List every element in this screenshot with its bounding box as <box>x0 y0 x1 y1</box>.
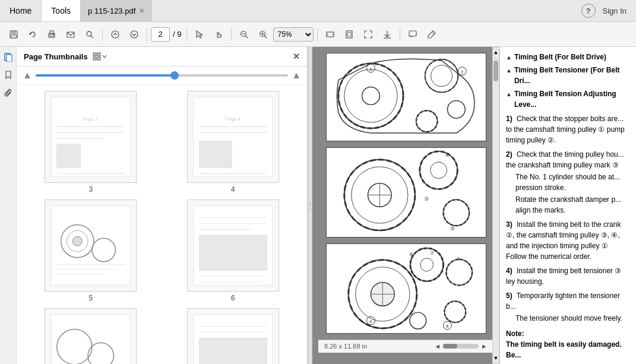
nav-right: ? Sign In <box>581 4 636 18</box>
large-thumb-icon: ▲ <box>292 70 301 81</box>
thumbnail-7[interactable]: 7 <box>23 308 159 364</box>
triangle-icon-2: ▲ <box>506 66 512 75</box>
thumbnail-size-slider[interactable] <box>36 74 288 77</box>
rp-step-1: 1) Check that the stopper bolts are... t… <box>506 113 630 145</box>
zoom-select[interactable]: 50% 75% 100% 125% 150% <box>273 27 314 42</box>
sign-in-button[interactable]: Sign In <box>603 7 626 15</box>
svg-text:⑦: ⑦ <box>429 251 434 256</box>
svg-rect-81 <box>327 53 486 139</box>
file-tab[interactable]: p 115-123.pdf ✕ <box>81 0 152 21</box>
svg-text:③: ③ <box>423 196 428 202</box>
home-tab[interactable]: Home <box>0 0 42 21</box>
thumbnail-8[interactable]: 8 <box>165 308 302 364</box>
rp-note-text: The timing belt is easily damaged. Be... <box>506 340 622 359</box>
toolbar-separator-5 <box>317 28 318 41</box>
rp-step-2-num: 2) <box>506 150 512 159</box>
horizontal-scrollbar[interactable] <box>443 344 479 349</box>
triangle-icon-1: ▲ <box>506 53 512 62</box>
fullscreen-button[interactable] <box>359 26 377 43</box>
sign-in-label: Sign In <box>603 7 626 15</box>
svg-point-54 <box>73 236 83 246</box>
small-thumb-icon: ▲ <box>23 70 32 81</box>
rp-step-5: 5) Temporarily tighten the tensioner b..… <box>506 290 630 324</box>
thumbnail-image-7 <box>45 308 137 364</box>
thumbnail-image-3: Page 3 <box>45 91 137 183</box>
pen-button[interactable] <box>423 26 441 43</box>
pdf-page-image-1: 1 2 <box>326 53 486 141</box>
sidebar-close-button[interactable]: ✕ <box>293 52 300 61</box>
thumbnail-6[interactable]: 6 <box>165 200 302 302</box>
bookmarks-icon[interactable] <box>2 68 15 81</box>
fit-page-button[interactable] <box>340 26 358 43</box>
svg-rect-41 <box>57 144 80 167</box>
svg-text:⑧: ⑧ <box>456 257 460 262</box>
svg-rect-5 <box>50 35 53 37</box>
hand-tool-button[interactable] <box>210 26 227 43</box>
svg-rect-78 <box>199 338 267 364</box>
attachments-icon[interactable] <box>2 86 15 99</box>
thumbnails-grid: Page 3 3 <box>17 85 307 364</box>
thumbnail-image-6 <box>187 200 279 292</box>
rp-step-4-num: 4) <box>506 267 512 275</box>
undo-button[interactable] <box>24 26 42 43</box>
svg-rect-96 <box>327 148 486 235</box>
scroll-thumb-h <box>443 344 457 349</box>
main-area: Page Thumbnails ✕ ▲ <box>0 47 636 364</box>
toolbar-separator-2 <box>147 28 147 41</box>
rp-step-3-num: 3) <box>506 220 512 229</box>
pdf-view-area[interactable]: 1 2 <box>312 47 499 364</box>
svg-line-15 <box>245 36 248 38</box>
page-number-input[interactable] <box>151 27 170 42</box>
home-label: Home <box>10 6 31 15</box>
scroll-down-button[interactable] <box>125 26 143 43</box>
zoom-out-button[interactable] <box>235 26 253 43</box>
thumbnail-3[interactable]: Page 3 3 <box>23 91 159 194</box>
cursor-tool-button[interactable] <box>191 26 208 43</box>
triangle-icon-3: ▲ <box>506 90 512 99</box>
scroll-up-button[interactable] <box>106 26 124 43</box>
file-tab-close[interactable]: ✕ <box>139 7 144 15</box>
thumbnail-5[interactable]: 5 <box>23 200 159 302</box>
svg-rect-33 <box>93 57 96 60</box>
svg-text:⑥: ⑥ <box>409 252 413 257</box>
thumbnail-number-4: 4 <box>231 185 235 194</box>
zoom-in-button[interactable] <box>254 26 272 43</box>
thumbnail-number-5: 5 <box>88 294 93 302</box>
slider-thumb[interactable] <box>170 71 179 80</box>
svg-point-8 <box>87 31 91 36</box>
rp-step-4-text: Install the timing belt tensioner ③ ley … <box>506 267 621 286</box>
thumbnail-image-4: Page 4 <box>187 91 279 183</box>
rp-note-section: Note: <box>506 328 630 339</box>
help-button[interactable]: ? <box>581 4 596 18</box>
svg-point-11 <box>131 31 138 38</box>
fit-width-button[interactable] <box>321 26 339 43</box>
download-button[interactable] <box>378 26 396 43</box>
rp-step-5-num: 5) <box>506 292 512 300</box>
top-nav: Home Tools p 115-123.pdf ✕ ? Sign In <box>0 0 636 22</box>
svg-text:④: ④ <box>444 152 449 158</box>
rp-heading-3: ▲ Timing Belt Tension Adjusting Leve... <box>506 88 630 110</box>
comment-button[interactable] <box>404 26 422 43</box>
svg-text:⑤: ⑤ <box>369 319 372 324</box>
tools-tab[interactable]: Tools <box>42 0 81 21</box>
email-button[interactable] <box>62 26 80 43</box>
print-button[interactable] <box>43 26 61 43</box>
rp-heading-2: ▲ Timing Belt Tensioner (For Belt Dri... <box>506 65 630 86</box>
left-icon-strip <box>0 47 17 364</box>
svg-text:Page 3: Page 3 <box>83 116 99 122</box>
scroll-left-button[interactable]: ◄ <box>434 343 441 350</box>
svg-text:1: 1 <box>369 67 372 72</box>
search-button[interactable] <box>81 26 99 43</box>
sidebar-resize-handle[interactable]: ⋮ <box>308 47 312 364</box>
pages-icon[interactable] <box>2 50 15 64</box>
thumbnail-4[interactable]: Page 4 4 <box>165 91 302 194</box>
svg-line-9 <box>91 36 93 38</box>
rp-step-2: 2) Check that the timing pulley hou... t… <box>506 149 630 216</box>
scroll-right-button[interactable]: ► <box>481 343 488 350</box>
svg-marker-12 <box>197 31 202 38</box>
grid-options-button[interactable] <box>93 52 107 61</box>
sidebar-panel: Page Thumbnails ✕ ▲ <box>17 47 308 364</box>
scroll-controls: ◄ ► <box>434 343 488 350</box>
save-button[interactable] <box>5 26 23 43</box>
rp-step-1-text: Check that the stopper bolts are... to t… <box>506 115 625 144</box>
